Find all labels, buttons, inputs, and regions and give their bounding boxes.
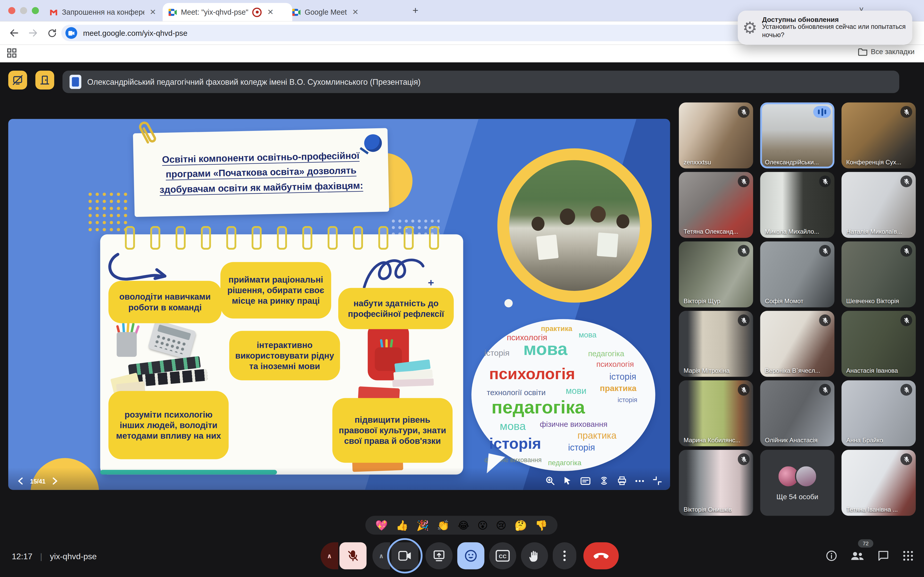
screen: Запрошення на конференці ✕ Meet: "yix-qh…	[0, 0, 924, 577]
mic-options-chevron[interactable]: ∧	[320, 542, 338, 569]
participant-tile[interactable]: Анастасія Іванова	[842, 311, 916, 377]
participant-tile[interactable]: Олександрійськи...	[760, 103, 835, 168]
mic-muted-icon	[901, 176, 913, 187]
mic-muted-icon	[738, 453, 750, 465]
more-participants-tile[interactable]: Ще 54 особи	[760, 450, 835, 516]
participant-tile[interactable]: Тетяна Іванівна ...	[842, 450, 916, 516]
participant-tile[interactable]: Наталія Миколаїв...	[842, 172, 916, 238]
participant-tile[interactable]: Марія Мітрохіна	[679, 311, 753, 377]
wordcloud-word: історія	[485, 348, 509, 357]
participant-tile[interactable]: Тетяна Олександ...	[679, 172, 753, 238]
tab-meet-call[interactable]: Meet: "yix-qhvd-pse" ✕	[163, 3, 292, 21]
participant-tile[interactable]: Олійник Анастасія	[760, 380, 835, 446]
all-bookmarks-button[interactable]: Все закладки	[858, 48, 915, 56]
url-text: meet.google.com/yix-qhvd-pse	[83, 29, 187, 37]
reload-icon[interactable]	[45, 26, 59, 40]
captions-box-icon[interactable]	[580, 477, 590, 485]
participant-tile[interactable]: Конференція Сух...	[842, 103, 916, 168]
exit-fullscreen-icon[interactable]	[653, 476, 662, 485]
more-options-icon[interactable]	[635, 480, 644, 482]
plus-doodle: +	[428, 277, 434, 289]
wordcloud-word: мова	[523, 340, 567, 358]
reaction-emoji-button[interactable]: 🎉	[416, 519, 429, 532]
slide-decor-dot	[504, 299, 513, 307]
reaction-emoji-button[interactable]: 👎	[535, 519, 548, 532]
spiral-ring	[150, 226, 160, 250]
mic-muted-icon	[901, 106, 913, 118]
slide-prev-icon[interactable]	[18, 477, 23, 485]
slide-next-icon[interactable]	[53, 477, 58, 485]
participant-name: Анна Брайко	[846, 436, 883, 443]
participant-tile[interactable]: Шевченко Вікторія	[842, 241, 916, 307]
participant-tile[interactable]: Вероніка В`ячесл...	[760, 311, 835, 377]
speaking-indicator-icon	[813, 106, 831, 118]
mic-muted-icon	[738, 384, 750, 396]
chat-icon[interactable]	[876, 548, 891, 563]
pointer-icon[interactable]	[563, 476, 572, 485]
print-icon[interactable]	[617, 476, 626, 485]
participant-name: Вікторія Щур	[683, 297, 720, 304]
meeting-details-icon[interactable]	[824, 548, 839, 563]
zoom-in-icon[interactable]	[546, 476, 554, 485]
reactions-button[interactable]	[457, 542, 485, 569]
participant-count-badge: 72	[858, 539, 873, 548]
mac-minimize-button[interactable]	[20, 7, 27, 14]
raise-hand-button[interactable]	[521, 542, 548, 569]
participant-tile[interactable]: Микола Михайло...	[760, 172, 835, 238]
shared-presentation-slide: Освітні компоненти освітньо-професійної …	[8, 119, 670, 490]
slide-controls-overlay: 15/41	[8, 467, 670, 490]
participant-tile[interactable]: Анна Брайко	[842, 380, 916, 446]
reaction-emoji-button[interactable]: 👏	[437, 519, 450, 532]
wordcloud-word: технології освіти	[487, 389, 546, 396]
mac-zoom-button[interactable]	[32, 7, 39, 14]
tab-close-icon[interactable]: ✕	[352, 8, 359, 16]
more-options-button[interactable]	[553, 542, 576, 569]
mic-muted-icon	[738, 176, 750, 187]
tab-title: Запрошення на конференці	[62, 8, 144, 16]
reaction-emoji-button[interactable]: 😂	[458, 519, 469, 532]
participant-tile[interactable]: Софія Момот	[760, 241, 835, 307]
reaction-emoji-button[interactable]: 🤔	[514, 519, 527, 532]
recording-indicator-icon	[252, 8, 262, 17]
participant-tile[interactable]: Вікторія Щур	[679, 241, 753, 307]
apps-shortcut-icon[interactable]	[7, 48, 16, 58]
tab-close-icon[interactable]: ✕	[267, 8, 274, 16]
camera-permission-icon[interactable]	[66, 27, 78, 39]
spiral-ring	[302, 226, 312, 250]
tab-close-icon[interactable]: ✕	[150, 8, 156, 16]
camera-button[interactable]	[391, 542, 418, 569]
participant-tile[interactable]: Марина Кобилянс...	[679, 380, 753, 446]
cast-icon[interactable]	[599, 476, 609, 485]
tab-google-meet[interactable]: Google Meet ✕	[286, 3, 412, 21]
spiral-ring	[353, 226, 363, 250]
reaction-emoji-button[interactable]: 😢	[496, 519, 507, 532]
participant-name: zenxxxtsu	[683, 158, 711, 165]
participant-tile[interactable]: Вікторія Онишків	[679, 450, 753, 516]
present-screen-button[interactable]	[425, 542, 452, 569]
presentation-off-button[interactable]	[8, 71, 27, 89]
gmail-icon	[50, 8, 58, 15]
mic-mute-button[interactable]	[339, 542, 367, 569]
slide-bubble: підвищити рівень правової культури, знат…	[332, 398, 452, 463]
captions-button[interactable]: CC	[489, 542, 516, 569]
macos-update-notification[interactable]: ⚙ Доступны обновления Установить обновле…	[738, 11, 913, 45]
tab-gmail-invite[interactable]: Запрошення на конференці ✕	[44, 3, 166, 21]
exit-door-button[interactable]	[36, 71, 54, 89]
back-icon[interactable]	[7, 26, 21, 40]
reaction-emoji-button[interactable]: 👍	[396, 519, 409, 532]
mac-close-button[interactable]	[8, 7, 15, 14]
participant-name: Олександрійськи...	[765, 158, 819, 165]
participant-tile[interactable]: zenxxxtsu	[679, 103, 753, 168]
participant-name: Софія Момот	[765, 297, 803, 304]
forward-icon[interactable]	[26, 26, 40, 40]
reaction-emoji-button[interactable]: 😮	[478, 519, 488, 532]
stationery-illustration	[112, 324, 213, 396]
reaction-emoji-button[interactable]: 💖	[375, 519, 388, 532]
mic-muted-icon	[901, 384, 913, 396]
activities-icon[interactable]	[901, 548, 916, 563]
folder-icon	[858, 48, 867, 56]
end-call-button[interactable]	[583, 542, 619, 569]
participants-icon[interactable]	[850, 548, 865, 563]
new-tab-button[interactable]: +	[412, 5, 418, 16]
spiral-ring	[277, 226, 287, 250]
